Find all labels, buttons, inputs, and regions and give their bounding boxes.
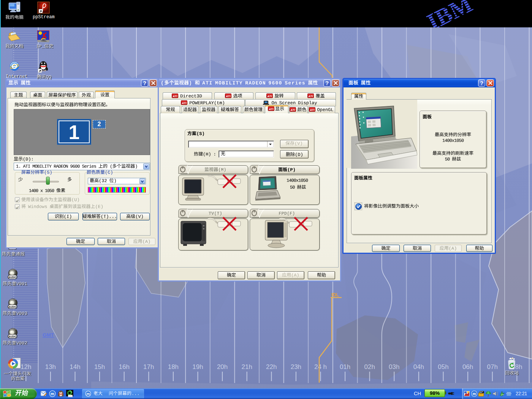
svg-text:12h: 12h <box>21 363 31 370</box>
svg-text:16h: 16h <box>119 363 130 370</box>
svg-text:ATI: ATI <box>225 95 231 98</box>
svg-text:m: m <box>473 392 476 396</box>
svg-text:19h: 19h <box>192 363 203 370</box>
svg-text:18h: 18h <box>168 363 179 370</box>
svg-text:ATI: ATI <box>310 108 315 112</box>
svg-text:AUDIO: AUDIO <box>9 306 17 308</box>
svg-text:24 h: 24 h <box>314 363 327 370</box>
svg-text:14h: 14h <box>70 363 80 370</box>
svg-text:15h: 15h <box>94 363 105 370</box>
svg-text:22h: 22h <box>266 363 277 370</box>
svg-text:m: m <box>51 391 54 396</box>
svg-text:ATI: ATI <box>290 108 295 112</box>
svg-text:ATI: ATI <box>267 95 272 98</box>
svg-text:IDL: IDL <box>331 292 339 298</box>
svg-text:m: m <box>87 392 90 396</box>
svg-text:03h: 03h <box>389 363 399 370</box>
svg-text:04h: 04h <box>413 363 424 370</box>
svg-text:13h: 13h <box>45 363 56 370</box>
svg-text:17h: 17h <box>143 363 154 370</box>
svg-text:AUDIO: AUDIO <box>9 276 17 279</box>
svg-text:07h: 07h <box>487 363 498 370</box>
svg-text:ATI: ATI <box>268 108 274 111</box>
svg-text:02h: 02h <box>364 363 375 370</box>
svg-text:01h: 01h <box>340 363 350 370</box>
svg-text:23h: 23h <box>291 363 301 370</box>
svg-text:06h: 06h <box>462 363 473 370</box>
svg-text:05h: 05h <box>438 363 448 370</box>
svg-text:ATI: ATI <box>182 101 187 105</box>
svg-text:20h: 20h <box>217 363 228 370</box>
svg-text:ATI: ATI <box>308 95 313 98</box>
svg-text:ATI: ATI <box>173 95 178 98</box>
svg-text:AUDIO: AUDIO <box>9 335 17 338</box>
svg-text:21h: 21h <box>242 363 252 370</box>
svg-text:GMT: GMT <box>43 332 54 338</box>
